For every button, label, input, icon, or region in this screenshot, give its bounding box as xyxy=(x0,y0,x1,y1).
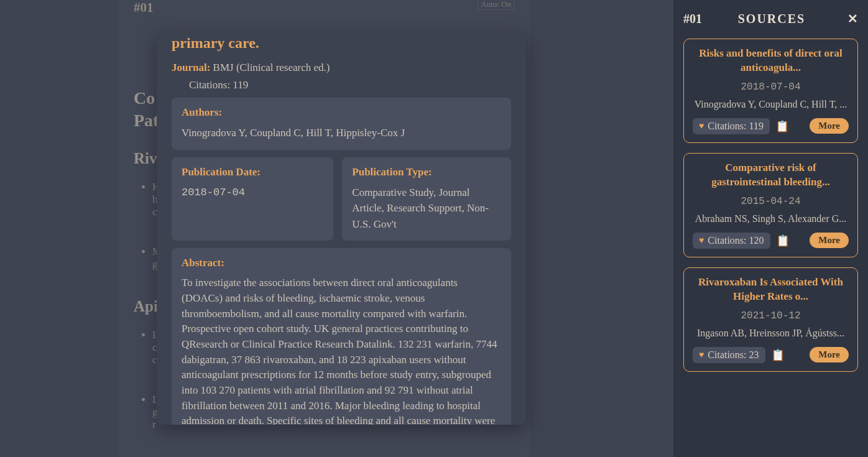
citations-line: Citations: 119 xyxy=(189,79,511,91)
more-button[interactable]: More xyxy=(810,347,849,362)
abstract-label: Abstract: xyxy=(182,257,501,269)
source-date: 2015-04-24 xyxy=(693,196,849,207)
source-date: 2018-07-04 xyxy=(693,81,849,93)
citations-pill: ♥ Citations: 119 xyxy=(693,118,770,134)
citations-pill: ♥ Citations: 23 xyxy=(693,347,765,363)
pubtype-panel: Publication Type: Comparative Study, Jou… xyxy=(342,157,511,241)
citations-pill: ♥ Citations: 120 xyxy=(693,233,770,249)
source-card[interactable]: Rivaroxaban Is Associated With Higher Ra… xyxy=(683,267,858,372)
pubdate-value: 2018-07-04 xyxy=(182,185,323,201)
sidebar-number: #01 xyxy=(683,12,702,26)
heart-icon: ♥ xyxy=(699,236,704,246)
more-button[interactable]: More xyxy=(810,118,849,134)
heart-icon: ♥ xyxy=(699,350,704,360)
pubtype-value: Comparative Study, Journal Article, Rese… xyxy=(352,185,501,233)
sidebar-title: SOURCES xyxy=(738,12,805,26)
source-title: Rivaroxaban Is Associated With Higher Ra… xyxy=(693,275,849,304)
auto-badge[interactable]: Auto: On xyxy=(478,0,514,10)
source-card[interactable]: Comparative risk of gastrointestinal ble… xyxy=(683,153,858,257)
source-detail-modal: primary care. Journal: BMJ (Clinical res… xyxy=(157,33,526,425)
journal-value: BMJ (Clinical research ed.) xyxy=(210,62,330,73)
authors-panel: Authors: Vinogradova Y, Coupland C, Hill… xyxy=(172,98,511,150)
heart-icon: ♥ xyxy=(699,121,704,131)
abstract-panel: Abstract: To investigate the association… xyxy=(172,248,511,425)
source-authors: Abraham NS, Singh S, Alexander G... xyxy=(693,213,849,224)
more-button[interactable]: More xyxy=(810,233,849,248)
pubdate-panel: Publication Date: 2018-07-04 xyxy=(172,157,333,241)
journal-label: Journal: xyxy=(172,62,210,73)
doc-number: #01 xyxy=(134,0,154,16)
abstract-pre: To investigate the associations between … xyxy=(182,277,497,425)
clipboard-icon[interactable]: 📋 xyxy=(770,346,785,364)
pubdate-label: Publication Date: xyxy=(182,166,323,178)
clipboard-icon[interactable]: 📋 xyxy=(775,232,790,249)
authors-label: Authors: xyxy=(182,106,501,119)
source-authors: Ingason AB, Hreinsson JP, Ágústss... xyxy=(693,328,849,339)
sources-sidebar: #01 SOURCES ✕ Risks and benefits of dire… xyxy=(673,0,868,457)
clipboard-icon[interactable]: 📋 xyxy=(775,118,790,135)
journal-line: Journal: BMJ (Clinical research ed.) xyxy=(172,62,511,74)
close-icon[interactable]: ✕ xyxy=(847,11,858,26)
source-title: Risks and benefits of direct oral antico… xyxy=(693,47,849,75)
source-title: Comparative risk of gastrointestinal ble… xyxy=(693,161,849,190)
modal-title: primary care. xyxy=(172,33,511,53)
abstract-body: To investigate the associations between … xyxy=(182,275,501,425)
authors-value: Vinogradova Y, Coupland C, Hill T, Hippi… xyxy=(182,125,501,141)
source-authors: Vinogradova Y, Coupland C, Hill T, ... xyxy=(693,99,849,110)
pubtype-label: Publication Type: xyxy=(352,166,501,178)
source-card[interactable]: Risks and benefits of direct oral antico… xyxy=(683,39,858,143)
source-date: 2021-10-12 xyxy=(693,310,849,321)
sidebar-header: #01 SOURCES ✕ xyxy=(683,11,858,26)
